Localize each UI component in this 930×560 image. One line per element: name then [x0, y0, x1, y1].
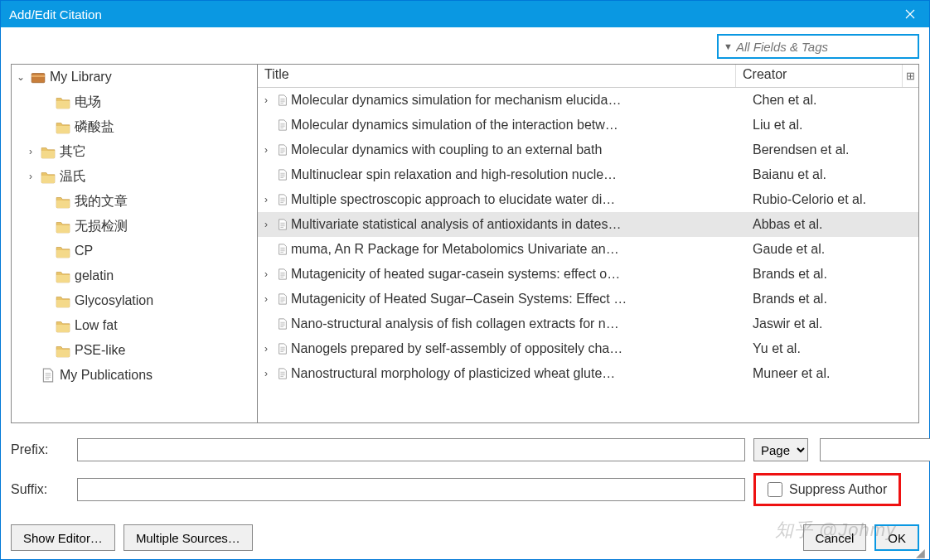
document-icon: [274, 143, 291, 157]
tree-item-label: My Publications: [60, 368, 153, 383]
row-title: Molecular dynamics with coupling to an e…: [291, 142, 753, 157]
suffix-label: Suffix:: [11, 482, 69, 497]
folder-icon: [41, 144, 56, 159]
row-title: Molecular dynamics simulation of the int…: [291, 118, 753, 133]
tree-item[interactable]: gelatin: [12, 263, 257, 288]
list-body[interactable]: ›Molecular dynamics simulation for mecha…: [258, 88, 918, 422]
twisty-icon[interactable]: ›: [25, 171, 36, 182]
suppress-author-checkbox[interactable]: [768, 482, 782, 497]
tree-item-label: CP: [75, 244, 93, 258]
tree-item[interactable]: Glycosylation: [12, 288, 257, 313]
tree-item-label: 其它: [60, 143, 86, 161]
tree-item[interactable]: ›温氏: [12, 164, 257, 189]
prefix-input[interactable]: [77, 438, 745, 461]
dropdown-arrow-icon[interactable]: ▼: [724, 41, 733, 51]
tree-item[interactable]: ›其它: [12, 139, 257, 164]
row-creator: Yu et al.: [753, 341, 918, 356]
document-icon: [274, 118, 291, 132]
twisty-icon[interactable]: ›: [258, 293, 274, 305]
ok-button[interactable]: OK: [874, 524, 919, 551]
twisty-icon[interactable]: ›: [258, 144, 274, 156]
document-icon: [274, 268, 291, 281]
list-row[interactable]: Molecular dynamics simulation of the int…: [258, 113, 918, 138]
tree-item[interactable]: ⌄My Library: [12, 65, 257, 89]
list-row[interactable]: ›Nanogels prepared by self-assembly of o…: [258, 336, 918, 361]
list-row[interactable]: ›Multivariate statistical analysis of an…: [258, 212, 918, 237]
document-icon: [274, 317, 291, 331]
list-row[interactable]: Nano-structural analysis of fish collage…: [258, 311, 918, 336]
reference-list: Title Creator ⊞ ›Molecular dynamics simu…: [258, 64, 919, 423]
tree-item-label: 我的文章: [75, 193, 128, 210]
row-creator: Gaude et al.: [753, 242, 918, 257]
tree-item-label: Glycosylation: [75, 293, 153, 308]
twisty-icon[interactable]: ›: [25, 146, 36, 157]
list-row[interactable]: ›Molecular dynamics with coupling to an …: [258, 138, 918, 162]
folder-icon: [56, 343, 70, 358]
folder-icon: [56, 318, 70, 333]
twisty-icon[interactable]: ›: [258, 343, 274, 355]
tree-item-label: 无损检测: [75, 218, 128, 235]
titlebar: Add/Edit Citation: [1, 1, 929, 27]
column-picker-icon[interactable]: ⊞: [902, 65, 918, 87]
row-creator: Brands et al.: [753, 292, 918, 307]
list-row[interactable]: Multinuclear spin relaxation and high-re…: [258, 162, 918, 187]
tree-item[interactable]: 磷酸盐: [12, 114, 257, 139]
suffix-input[interactable]: [77, 478, 745, 501]
folder-icon: [56, 293, 70, 308]
list-row[interactable]: ›Mutagenicity of Heated Sugar–Casein Sys…: [258, 287, 918, 311]
tree-item[interactable]: Low fat: [12, 313, 257, 338]
row-title: Molecular dynamics simulation for mechan…: [291, 93, 753, 108]
row-title: Nanostructural morphology of plasticized…: [291, 366, 753, 381]
row-title: Nano-structural analysis of fish collage…: [291, 316, 753, 331]
twisty-icon[interactable]: ›: [258, 368, 274, 379]
row-creator: Baianu et al.: [753, 167, 918, 182]
multiple-sources-button[interactable]: Multiple Sources…: [124, 524, 253, 551]
cancel-button[interactable]: Cancel: [803, 524, 867, 551]
row-title: muma, An R Package for Metabolomics Univ…: [291, 242, 753, 257]
row-title: Multiple spectroscopic approach to eluci…: [291, 192, 753, 207]
prefix-label: Prefix:: [11, 442, 69, 457]
row-creator: Liu et al.: [753, 118, 918, 133]
tree-item-label: 温氏: [60, 168, 86, 186]
row-creator: Chen et al.: [753, 93, 918, 108]
document-icon: [274, 342, 291, 355]
row-title: Multinuclear spin relaxation and high-re…: [291, 167, 753, 182]
folder-icon: [56, 244, 70, 258]
document-icon: [274, 243, 291, 256]
locator-type-select[interactable]: Page: [753, 438, 808, 461]
tree-item[interactable]: CP: [12, 239, 257, 263]
twisty-icon[interactable]: ›: [258, 268, 274, 280]
twisty-icon[interactable]: ›: [258, 94, 274, 106]
twisty-icon[interactable]: ›: [258, 219, 274, 230]
tree-item-label: PSE-like: [75, 343, 125, 358]
tree-item[interactable]: PSE-like: [12, 338, 257, 363]
row-title: Mutagenicity of heated sugar-casein syst…: [291, 267, 753, 282]
list-row[interactable]: muma, An R Package for Metabolomics Univ…: [258, 237, 918, 262]
list-row[interactable]: ›Mutagenicity of heated sugar-casein sys…: [258, 262, 918, 287]
tree-item[interactable]: 电场: [12, 89, 257, 114]
tree-item-label: My Library: [50, 70, 112, 84]
row-creator: Muneer et al.: [753, 366, 918, 381]
tree-item-label: gelatin: [75, 268, 114, 283]
list-row[interactable]: ›Multiple spectroscopic approach to eluc…: [258, 187, 918, 212]
row-creator: Rubio-Celorio et al.: [753, 192, 918, 207]
show-editor-button[interactable]: Show Editor…: [11, 524, 115, 551]
search-field[interactable]: ▼: [717, 34, 919, 59]
tree-item[interactable]: 无损检测: [12, 214, 257, 239]
tree-item[interactable]: 我的文章: [12, 189, 257, 214]
close-button[interactable]: [891, 1, 929, 27]
document-icon: [274, 218, 291, 231]
column-title[interactable]: Title: [258, 65, 736, 87]
tree-item[interactable]: My Publications: [12, 363, 257, 388]
column-creator[interactable]: Creator: [736, 65, 902, 87]
search-input[interactable]: [736, 40, 913, 54]
list-row[interactable]: ›Nanostructural morphology of plasticize…: [258, 361, 918, 386]
document-icon: [274, 193, 291, 206]
library-tree[interactable]: ⌄My Library电场磷酸盐›其它›温氏我的文章无损检测CPgelatinG…: [11, 64, 258, 423]
twisty-icon[interactable]: ⌄: [15, 71, 27, 83]
twisty-icon[interactable]: ›: [258, 194, 274, 205]
tree-item-label: 磷酸盐: [75, 118, 114, 136]
list-row[interactable]: ›Molecular dynamics simulation for mecha…: [258, 88, 918, 113]
suppress-author-label[interactable]: Suppress Author: [789, 482, 887, 497]
locator-value-input[interactable]: [820, 438, 930, 461]
